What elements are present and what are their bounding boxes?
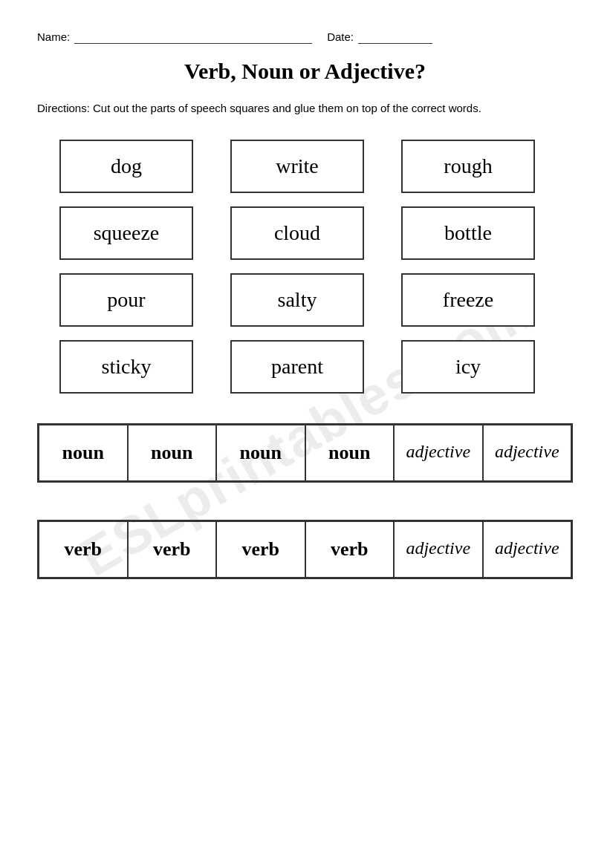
cut-cell-noun-4[interactable]: noun <box>305 425 395 481</box>
cut-cell-verb-1[interactable]: verb <box>39 521 128 578</box>
word-box-rough: rough <box>401 140 535 193</box>
word-box-salty: salty <box>230 273 364 327</box>
word-box-parent: parent <box>230 340 364 394</box>
cut-cell-verb-4[interactable]: verb <box>305 521 395 578</box>
name-date-row: Name: Date: <box>37 30 573 44</box>
word-grid: dog write rough squeeze cloud bottle pou… <box>37 140 573 394</box>
word-box-sticky: sticky <box>59 340 193 394</box>
noun-cut-row: noun noun noun noun adjective adjective <box>39 425 571 481</box>
directions-text: Directions: Cut out the parts of speech … <box>37 100 573 117</box>
word-box-freeze: freeze <box>401 273 535 327</box>
cut-cell-verb-2[interactable]: verb <box>128 521 217 578</box>
date-label: Date: <box>327 30 354 43</box>
word-box-squeeze: squeeze <box>59 206 193 260</box>
word-box-cloud: cloud <box>230 206 364 260</box>
name-line <box>74 30 312 44</box>
cut-cell-noun-2[interactable]: noun <box>128 425 217 481</box>
cut-cell-verb-3[interactable]: verb <box>216 521 305 578</box>
verb-cut-row: verb verb verb verb adjective adjective <box>39 521 571 578</box>
page-title: Verb, Noun or Adjective? <box>37 59 573 84</box>
cut-cell-adjective-4[interactable]: adjective <box>483 521 572 578</box>
word-box-bottle: bottle <box>401 206 535 260</box>
noun-cut-row-container: noun noun noun noun adjective adjective <box>37 423 573 483</box>
verb-cut-row-container: verb verb verb verb adjective adjective <box>37 520 573 579</box>
cut-cell-adjective-1[interactable]: adjective <box>394 425 483 481</box>
name-label: Name: <box>37 30 70 43</box>
cut-cell-adjective-3[interactable]: adjective <box>394 521 483 578</box>
word-box-pour: pour <box>59 273 193 327</box>
cut-cell-adjective-2[interactable]: adjective <box>483 425 572 481</box>
word-box-dog: dog <box>59 140 193 193</box>
word-box-write: write <box>230 140 364 193</box>
date-line <box>358 30 432 44</box>
cut-cell-noun-3[interactable]: noun <box>216 425 305 481</box>
cut-cell-noun-1[interactable]: noun <box>39 425 128 481</box>
word-box-icy: icy <box>401 340 535 394</box>
